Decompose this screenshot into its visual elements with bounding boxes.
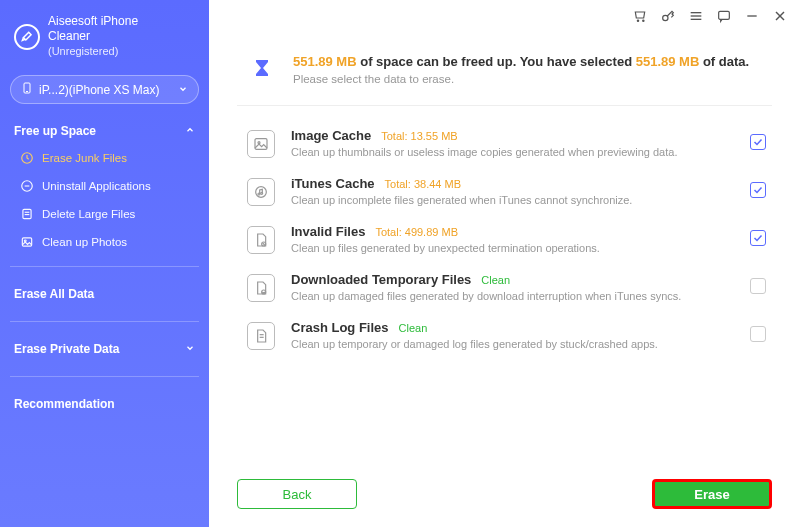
divider bbox=[10, 266, 199, 267]
svg-rect-8 bbox=[22, 238, 31, 246]
checkbox-crash-log[interactable] bbox=[750, 326, 766, 342]
divider bbox=[237, 105, 772, 106]
svg-rect-20 bbox=[255, 139, 267, 150]
sidebar-item-erase-junk[interactable]: Erase Junk Files bbox=[10, 144, 199, 172]
row-title: Invalid Files bbox=[291, 224, 365, 239]
row-total: Clean bbox=[399, 322, 428, 334]
row-title: Image Cache bbox=[291, 128, 371, 143]
checkbox-invalid-files[interactable] bbox=[750, 230, 766, 246]
button-label: Back bbox=[283, 487, 312, 502]
chevron-down-icon bbox=[178, 83, 188, 97]
row-desc: Clean up files generated by unexpected t… bbox=[291, 242, 734, 254]
svg-line-26 bbox=[263, 243, 265, 245]
sidebar-item-label: Clean up Photos bbox=[42, 236, 127, 248]
main-panel: 551.89 MB of space can be freed up. You … bbox=[209, 0, 800, 527]
row-image-cache: Image CacheTotal: 13.55 MB Clean up thum… bbox=[247, 128, 766, 158]
sidebar-item-label: Erase Junk Files bbox=[42, 152, 127, 164]
sidebar-section-free-space[interactable]: Free up Space bbox=[10, 118, 199, 144]
row-invalid-files: Invalid FilesTotal: 499.89 MB Clean up f… bbox=[247, 224, 766, 254]
svg-point-11 bbox=[643, 20, 644, 21]
section-label: Free up Space bbox=[14, 124, 96, 138]
erase-button[interactable]: Erase bbox=[652, 479, 772, 509]
sidebar-item-erase-all[interactable]: Erase All Data bbox=[10, 277, 199, 311]
menu-icon[interactable] bbox=[688, 8, 704, 24]
file-invalid-icon bbox=[247, 226, 275, 254]
sidebar-item-large-files[interactable]: Delete Large Files bbox=[10, 200, 199, 228]
row-total: Total: 38.44 MB bbox=[385, 178, 461, 190]
svg-point-10 bbox=[637, 20, 638, 21]
row-total: Total: 13.55 MB bbox=[381, 130, 457, 142]
file-download-icon bbox=[247, 274, 275, 302]
checkbox-downloaded-temp[interactable] bbox=[750, 278, 766, 294]
app-logo-icon bbox=[14, 24, 40, 50]
file-log-icon bbox=[247, 322, 275, 350]
button-label: Erase bbox=[694, 487, 729, 502]
key-icon[interactable] bbox=[660, 8, 676, 24]
sidebar: Aiseesoft iPhone Cleaner (Unregistered) … bbox=[0, 0, 209, 527]
sidebar-item-label: Erase All Data bbox=[14, 287, 94, 301]
summary-text-mid: of space can be freed up. You have selec… bbox=[357, 54, 636, 69]
row-total: Clean bbox=[481, 274, 510, 286]
summary-line: 551.89 MB of space can be freed up. You … bbox=[293, 54, 749, 69]
sidebar-item-uninstall[interactable]: Uninstall Applications bbox=[10, 172, 199, 200]
chevron-down-icon bbox=[185, 342, 195, 356]
row-crash-log: Crash Log FilesClean Clean up temporary … bbox=[247, 320, 766, 350]
back-button[interactable]: Back bbox=[237, 479, 357, 509]
sidebar-item-recommendation[interactable]: Recommendation bbox=[10, 387, 199, 421]
svg-rect-16 bbox=[719, 11, 730, 19]
checkbox-itunes-cache[interactable] bbox=[750, 182, 766, 198]
svg-point-24 bbox=[261, 192, 263, 194]
row-title: Downloaded Temporary Files bbox=[291, 272, 471, 287]
svg-point-23 bbox=[258, 193, 260, 195]
clock-icon bbox=[20, 151, 34, 165]
summary-text-end: of data. bbox=[699, 54, 749, 69]
phone-icon bbox=[21, 82, 33, 97]
sidebar-item-clean-photos[interactable]: Clean up Photos bbox=[10, 228, 199, 256]
divider bbox=[10, 321, 199, 322]
free-amount: 551.89 MB bbox=[293, 54, 357, 69]
cleanup-list: Image CacheTotal: 13.55 MB Clean up thum… bbox=[237, 124, 772, 350]
divider bbox=[10, 376, 199, 377]
selected-amount: 551.89 MB bbox=[636, 54, 700, 69]
close-icon[interactable] bbox=[772, 8, 788, 24]
row-desc: Clean up thumbnails or useless image cop… bbox=[291, 146, 734, 158]
app-title: Aiseesoft iPhone bbox=[48, 14, 138, 29]
music-icon bbox=[247, 178, 275, 206]
chevron-up-icon bbox=[185, 124, 195, 138]
footer: Back Erase bbox=[237, 479, 772, 509]
row-title: iTunes Cache bbox=[291, 176, 375, 191]
sidebar-item-label: Recommendation bbox=[14, 397, 115, 411]
svg-point-12 bbox=[663, 15, 668, 20]
summary: 551.89 MB of space can be freed up. You … bbox=[237, 48, 772, 99]
hourglass-icon bbox=[247, 54, 277, 84]
app-status: (Unregistered) bbox=[48, 44, 138, 59]
sidebar-item-label: Erase Private Data bbox=[14, 342, 119, 356]
file-icon bbox=[20, 207, 34, 221]
app-subtitle: Cleaner bbox=[48, 29, 138, 44]
row-desc: Clean up damaged files generated by down… bbox=[291, 290, 734, 302]
titlebar bbox=[632, 8, 788, 24]
checkbox-image-cache[interactable] bbox=[750, 134, 766, 150]
feedback-icon[interactable] bbox=[716, 8, 732, 24]
summary-sub: Please select the data to erase. bbox=[293, 73, 749, 85]
brand: Aiseesoft iPhone Cleaner (Unregistered) bbox=[10, 10, 199, 69]
row-desc: Clean up temporary or damaged log files … bbox=[291, 338, 734, 350]
row-itunes-cache: iTunes CacheTotal: 38.44 MB Clean up inc… bbox=[247, 176, 766, 206]
sidebar-item-label: Delete Large Files bbox=[42, 208, 135, 220]
row-desc: Clean up incomplete files generated when… bbox=[291, 194, 734, 206]
apps-icon bbox=[20, 179, 34, 193]
minimize-icon[interactable] bbox=[744, 8, 760, 24]
row-title: Crash Log Files bbox=[291, 320, 389, 335]
row-downloaded-temp: Downloaded Temporary FilesClean Clean up… bbox=[247, 272, 766, 302]
device-label: iP...2)(iPhone XS Max) bbox=[39, 83, 160, 97]
sidebar-item-erase-private[interactable]: Erase Private Data bbox=[10, 332, 199, 366]
cart-icon[interactable] bbox=[632, 8, 648, 24]
row-total: Total: 499.89 MB bbox=[375, 226, 458, 238]
photo-icon bbox=[20, 235, 34, 249]
device-selector[interactable]: iP...2)(iPhone XS Max) bbox=[10, 75, 199, 104]
sidebar-item-label: Uninstall Applications bbox=[42, 180, 151, 192]
image-icon bbox=[247, 130, 275, 158]
